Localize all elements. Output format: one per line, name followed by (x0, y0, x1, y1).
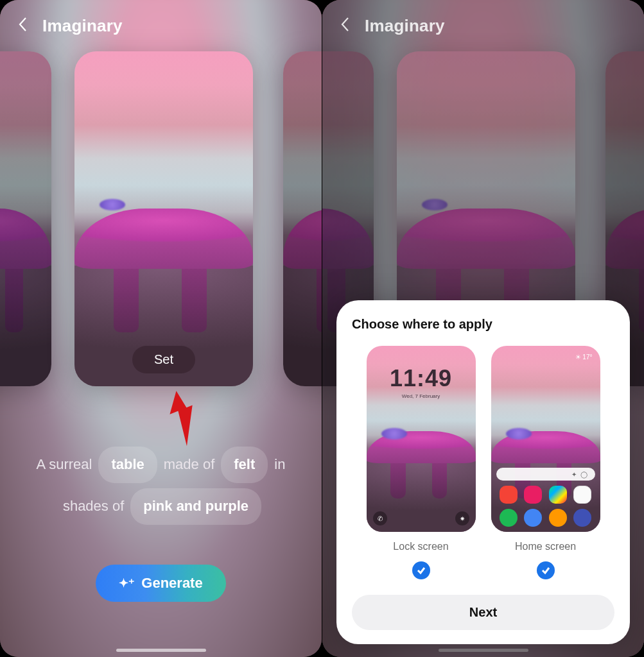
app-icon (549, 486, 567, 504)
app-icon (573, 509, 591, 527)
back-icon[interactable] (339, 15, 352, 36)
back-icon[interactable] (17, 15, 30, 36)
phone-icon: ✆ (373, 511, 387, 525)
wallpaper-carousel[interactable]: Set (0, 45, 322, 391)
weather-widget: ☀ 17° (575, 354, 593, 361)
generate-label: Generate (141, 575, 202, 592)
search-bar: ✦ ◯ (496, 468, 595, 481)
prompt-chip-color[interactable]: pink and purple (130, 488, 261, 525)
preview-row: 11:49 Wed, 7 February ✆ ✷ Lock screen (352, 346, 614, 579)
app-icon (524, 486, 542, 504)
app-icon (524, 509, 542, 527)
prompt-text: A surreal table made of felt in shades o… (0, 447, 322, 525)
lock-date: Wed, 7 February (367, 393, 476, 399)
wallpaper-card-current[interactable]: Set (74, 51, 253, 386)
app-icon (549, 509, 567, 527)
lock-screen-checkbox[interactable] (412, 561, 430, 579)
home-screen-label: Home screen (515, 541, 576, 552)
prompt-word: A surreal (34, 447, 95, 483)
lock-screen-label: Lock screen (393, 541, 448, 552)
sheet-title: Choose where to apply (352, 317, 614, 332)
page-title: Imaginary (42, 16, 123, 36)
lock-clock: 11:49 Wed, 7 February (367, 365, 476, 399)
prompt-word: in (272, 447, 288, 483)
apply-sheet: Choose where to apply 11:49 Wed, 7 Febru… (336, 300, 630, 644)
wallpaper-card-next[interactable] (283, 51, 322, 386)
prompt-word: shades of (60, 488, 126, 525)
home-screen-preview: ☀ 17° ✦ ◯ (491, 346, 600, 532)
page-title: Imaginary (365, 16, 445, 36)
app-icon (500, 509, 518, 527)
camera-icon: ✷ (455, 511, 469, 525)
home-dock: ✦ ◯ (496, 468, 595, 527)
phone-left: Imaginary Set A surreal (0, 0, 322, 657)
prompt-chip-subject[interactable]: table (98, 447, 157, 483)
sparkle-icon: ✦⁺ (119, 576, 135, 590)
home-screen-checkbox[interactable] (537, 561, 555, 579)
set-button[interactable]: Set (132, 346, 195, 373)
lens-icon: ◯ (580, 471, 587, 478)
lock-screen-preview: 11:49 Wed, 7 February ✆ ✷ (367, 346, 476, 532)
preview-home-screen[interactable]: ☀ 17° ✦ ◯ (491, 346, 600, 579)
home-indicator[interactable] (116, 649, 206, 652)
phone-right: Imaginary Choose where to apply (322, 0, 644, 657)
header: Imaginary (0, 0, 322, 42)
wallpaper-card-prev[interactable] (0, 51, 51, 386)
app-icon (500, 486, 518, 504)
generate-button[interactable]: ✦⁺ Generate (96, 565, 225, 602)
mic-icon: ✦ (571, 471, 577, 478)
app-icon (573, 486, 591, 504)
prompt-chip-material[interactable]: felt (221, 447, 268, 483)
lock-time: 11:49 (367, 365, 476, 392)
prompt-word: made of (161, 447, 218, 483)
header: Imaginary (322, 0, 644, 42)
next-button[interactable]: Next (352, 595, 614, 630)
preview-lock-screen[interactable]: 11:49 Wed, 7 February ✆ ✷ Lock screen (367, 346, 476, 579)
